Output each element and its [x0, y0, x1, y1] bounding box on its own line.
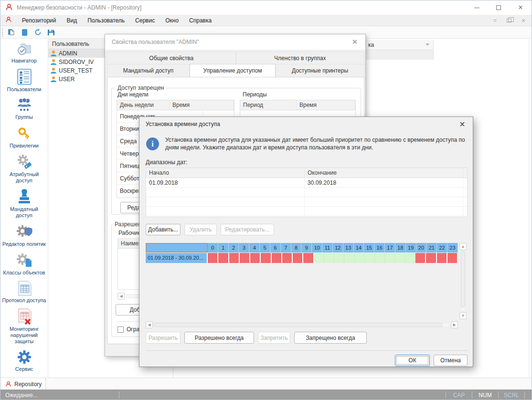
time-column-header[interactable]: Время — [297, 100, 355, 110]
tab-general-properties[interactable]: Общие свойства — [107, 52, 236, 64]
hour-state-cell-denied[interactable] — [250, 253, 261, 263]
scroll-right-icon[interactable]: ▶ — [451, 321, 458, 328]
hour-state-cell-allowed[interactable] — [385, 253, 395, 263]
hour-state-cell-denied[interactable] — [303, 253, 314, 263]
hour-header-cell[interactable]: 23 — [447, 243, 458, 253]
hour-state-cell-allowed[interactable] — [405, 253, 415, 263]
weekday-column-header[interactable]: День недели — [117, 100, 170, 110]
hour-state-cell-denied[interactable] — [437, 253, 447, 263]
grid-row-label[interactable]: 01.09.2018 - 30.09.20... — [146, 253, 208, 263]
menu-repository[interactable]: Репозиторий — [17, 15, 62, 26]
hour-state-cell-denied[interactable] — [218, 253, 229, 263]
hour-header-cell[interactable]: 2 — [229, 243, 239, 253]
date-range-row[interactable]: 01.09.2018 30.09.2018 — [146, 178, 467, 188]
sidebar-item-attribute-access[interactable]: Атрибутный доступ — [1, 153, 48, 184]
grid-horizontal-scrollbar[interactable]: ◀ ▶ — [146, 321, 458, 328]
hour-state-cell-denied[interactable] — [229, 253, 240, 263]
tab-group-membership[interactable]: Членство в группах — [236, 52, 365, 64]
menu-window[interactable]: Окно — [160, 15, 184, 26]
sidebar-item-mandatory-access[interactable]: Мандатный доступ — [1, 188, 48, 219]
hour-state-cell-denied[interactable] — [240, 253, 250, 263]
scroll-down-icon[interactable]: ▼ — [459, 312, 467, 319]
hour-header-cell[interactable]: 0 — [208, 243, 218, 253]
hour-state-cell-allowed[interactable] — [344, 253, 354, 263]
save-button[interactable] — [44, 27, 58, 38]
hour-header-cell[interactable]: 8 — [291, 243, 302, 253]
sidebar-item-navigator[interactable]: Навигатор — [1, 42, 48, 64]
maximize-button[interactable] — [488, 0, 510, 15]
copy-document-button[interactable] — [4, 27, 18, 38]
sidebar-item-object-classes[interactable]: Классы объектов — [1, 252, 48, 276]
hour-header-cell[interactable]: 13 — [343, 243, 354, 253]
mdi-close-button[interactable]: × — [519, 17, 528, 24]
add-range-button[interactable]: Добавить... — [146, 224, 181, 235]
grid-corner-cell[interactable] — [146, 243, 208, 253]
sidebar-item-privileges[interactable]: Привилегии — [1, 125, 48, 149]
empty-row[interactable] — [146, 188, 467, 197]
sidebar-item-groups[interactable]: Группы — [1, 97, 48, 120]
tab-repository[interactable]: Repository — [0, 378, 46, 390]
scroll-up-icon[interactable]: ▲ — [459, 243, 467, 250]
hour-header-cell[interactable]: 16 — [374, 243, 385, 253]
hour-header-cell[interactable]: 10 — [312, 243, 322, 253]
tab-available-printers[interactable]: Доступные принтеры — [276, 64, 364, 77]
cancel-button[interactable]: Отмена — [434, 355, 468, 366]
hour-header-cell[interactable]: 3 — [239, 243, 249, 253]
delete-range-button[interactable]: Удалить — [184, 224, 217, 235]
hour-state-cell-allowed[interactable] — [355, 253, 365, 263]
hour-header-cell[interactable]: 19 — [406, 243, 416, 253]
menu-service[interactable]: Сервис — [130, 15, 160, 26]
hour-state-cell-denied[interactable] — [272, 253, 282, 263]
hour-state-cell-denied[interactable] — [426, 253, 436, 263]
hour-state-cell-allowed[interactable] — [375, 253, 385, 263]
sidebar-item-violation-monitoring[interactable]: Мониторинг нарушений защиты — [1, 308, 48, 345]
menu-help[interactable]: Справка — [184, 15, 217, 26]
hour-state-cell-allowed[interactable] — [365, 253, 375, 263]
allow-button[interactable]: Разрешить — [146, 332, 181, 344]
period-column-header[interactable]: Период — [240, 100, 297, 110]
allow-always-button[interactable]: Разрешено всегда — [184, 332, 254, 344]
hour-header-cell[interactable]: 20 — [416, 243, 427, 253]
time-column-header[interactable]: Время — [170, 100, 234, 110]
hour-state-cell-denied[interactable] — [415, 253, 426, 263]
hour-state-cell-denied[interactable] — [261, 253, 271, 263]
deny-button[interactable]: Запретить — [258, 332, 290, 344]
hour-header-cell[interactable]: 12 — [333, 243, 343, 253]
hour-state-cell-allowed[interactable] — [334, 253, 344, 263]
hour-header-cell[interactable]: 5 — [260, 243, 270, 253]
hour-header-cell[interactable]: 14 — [354, 243, 364, 253]
mdi-restore-button[interactable] — [507, 19, 511, 22]
access-time-dialog-close-button[interactable]: ✕ — [458, 119, 467, 129]
edit-range-button[interactable]: Редактировать... — [221, 224, 274, 235]
document-button[interactable] — [18, 27, 31, 38]
hour-state-cell-denied[interactable] — [293, 253, 303, 263]
tab-mandatory-access[interactable]: Мандатный доступ — [107, 64, 190, 77]
ok-button[interactable]: ОК — [395, 355, 430, 366]
scroll-left-icon[interactable]: ◀ — [117, 293, 125, 300]
restrict-checkbox[interactable] — [117, 326, 124, 333]
hour-header-cell[interactable]: 17 — [385, 243, 395, 253]
hour-header-cell[interactable]: 9 — [301, 243, 312, 253]
minimize-button[interactable] — [466, 0, 488, 15]
empty-row[interactable] — [146, 197, 467, 207]
hour-header-cell[interactable]: 4 — [249, 243, 260, 253]
menu-user[interactable]: Пользователь — [82, 15, 130, 26]
hour-state-cell-denied[interactable] — [208, 253, 218, 263]
refresh-button[interactable] — [31, 27, 44, 38]
hour-header-cell[interactable]: 11 — [322, 243, 333, 253]
hour-header-cell[interactable]: 1 — [218, 243, 229, 253]
properties-dialog-close-button[interactable]: ✕ — [350, 37, 360, 47]
hour-state-cell-allowed[interactable] — [324, 253, 334, 263]
background-column-header[interactable]: ка — [364, 40, 434, 50]
hour-state-cell-denied[interactable] — [447, 253, 458, 263]
hour-header-cell[interactable]: 15 — [364, 243, 374, 253]
hour-header-cell[interactable]: 21 — [426, 243, 437, 253]
sidebar-item-access-protocol[interactable]: Протокол доступа — [1, 280, 48, 304]
mdi-minimize-button[interactable]: = — [490, 17, 499, 24]
sidebar-item-policy-editor[interactable]: Редактор политик — [1, 223, 48, 247]
hour-header-cell[interactable]: 22 — [437, 243, 447, 253]
hour-header-cell[interactable]: 6 — [270, 243, 281, 253]
end-column-header[interactable]: Окончание — [305, 168, 463, 178]
start-column-header[interactable]: Начало — [146, 168, 305, 178]
hour-state-cell-denied[interactable] — [282, 253, 293, 263]
